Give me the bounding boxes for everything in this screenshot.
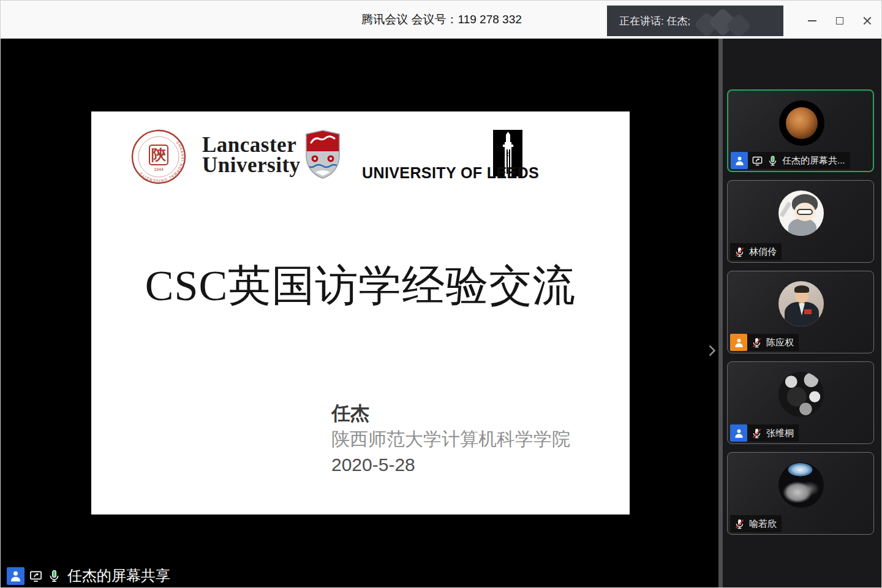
- presentation-slide: SHAANXI NORMAL UNIVERSITY 陝 1944 Lancast…: [91, 111, 630, 514]
- avatar-bw-artwork: [778, 372, 824, 417]
- svg-text:1944: 1944: [154, 167, 164, 172]
- participants-sidebar: 任杰的屏幕共... 林俏伶: [718, 39, 882, 588]
- member-badge-icon: [730, 424, 747, 442]
- speaking-now-label: 正在讲话: 任杰;: [619, 14, 690, 28]
- active-speaker-indicator: 正在讲话: 任杰;: [607, 6, 783, 36]
- participant-tile[interactable]: 林俏伶: [727, 180, 874, 263]
- participant-name: 张维桐: [766, 428, 794, 439]
- participant-name: 林俏伶: [749, 246, 777, 258]
- svg-text:陝: 陝: [151, 146, 167, 163]
- shared-screen-stage: SHAANXI NORMAL UNIVERSITY 陝 1944 Lancast…: [1, 39, 718, 588]
- participant-tile[interactable]: 张维桐: [727, 361, 874, 444]
- sidebar-resize-grip[interactable]: [718, 39, 723, 588]
- close-button[interactable]: [857, 10, 878, 31]
- screen-share-icon: [752, 155, 763, 167]
- mic-muted-icon: [734, 518, 745, 530]
- lancaster-university-crest-logo: [304, 129, 342, 179]
- maximize-icon: [836, 17, 843, 24]
- university-of-leeds-wordmark: UNIVERSITY OF LEEDS: [362, 164, 525, 182]
- participant-name: 任杰的屏幕共...: [782, 155, 845, 167]
- participant-name: 喻若欣: [749, 518, 777, 530]
- presenter-name: 任杰: [331, 401, 570, 426]
- mic-muted-icon: [734, 246, 745, 258]
- screen-share-banner: 任杰的屏幕共享: [7, 565, 170, 586]
- slide-title: CSC英国访学经验交流: [91, 257, 630, 315]
- presenter-affiliation: 陕西师范大学计算机科学学院: [331, 426, 570, 452]
- mic-muted-icon: [751, 337, 763, 349]
- shaanxi-normal-university-seal-logo: SHAANXI NORMAL UNIVERSITY 陝 1944: [130, 128, 187, 186]
- screen-share-icon: [29, 569, 43, 583]
- presenter-block: 任杰 陕西师范大学计算机科学学院 2020-5-28: [331, 401, 570, 478]
- avatar-portrait-photo: [778, 281, 824, 326]
- participant-tile[interactable]: 喻若欣: [727, 452, 874, 535]
- mic-muted-icon: [751, 428, 763, 439]
- tencent-meeting-window: 腾讯会议 会议号：119 278 332 正在讲话: 任杰; SHAANXI N…: [0, 0, 882, 588]
- participant-tile-screen-share[interactable]: 任杰的屏幕共...: [727, 89, 874, 172]
- avatar-astronaut-photo: [778, 462, 824, 508]
- titlebar: 腾讯会议 会议号：119 278 332 正在讲话: 任杰;: [1, 1, 882, 39]
- minimize-button[interactable]: [802, 10, 823, 31]
- mic-active-icon: [767, 155, 778, 167]
- mic-active-icon: [47, 569, 61, 583]
- presentation-date: 2020-5-28: [331, 452, 570, 478]
- member-badge-icon: [7, 567, 24, 585]
- minimize-icon: [808, 20, 816, 21]
- participant-tile[interactable]: 陈应权: [727, 271, 874, 353]
- avatar-cartoon: [778, 190, 824, 236]
- participant-name: 陈应权: [766, 337, 794, 349]
- member-badge-icon: [730, 334, 747, 351]
- lancaster-university-wordmark: Lancaster University: [202, 135, 301, 175]
- avatar-mars: [779, 100, 824, 146]
- meeting-title: 腾讯会议 会议号：119 278 332: [361, 12, 522, 28]
- share-banner-label: 任杰的屏幕共享: [67, 566, 170, 586]
- maximize-button[interactable]: [829, 10, 850, 31]
- close-icon: [862, 16, 872, 26]
- member-badge-icon: [731, 152, 748, 169]
